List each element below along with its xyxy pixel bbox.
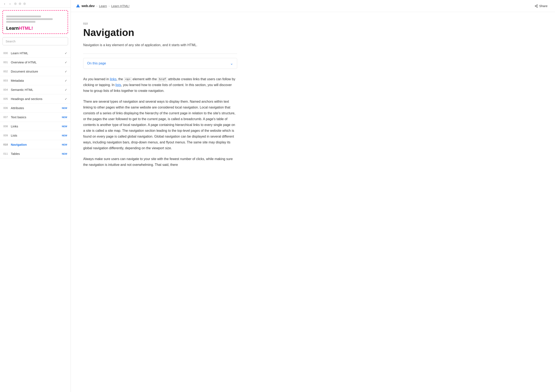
nav-item-006[interactable]: 006AttributesNEW: [0, 104, 71, 113]
article-paragraph-3: Always make sure users can navigate to y…: [83, 156, 237, 168]
nav-item-label: Lists: [11, 134, 60, 137]
nav-item-002[interactable]: 002Document structure✓: [0, 67, 71, 76]
logo-bar: [6, 21, 35, 23]
check-icon: ✓: [65, 79, 67, 82]
back-arrow[interactable]: ‹: [2, 2, 7, 6]
nav-item-004[interactable]: 004Semantic HTML✓: [0, 85, 71, 94]
links-link[interactable]: links: [110, 77, 117, 81]
nav-item-label: Text basics: [11, 115, 60, 119]
nav-item-003[interactable]: 003Metadata✓: [0, 76, 71, 85]
new-badge: NEW: [62, 116, 67, 119]
nav-item-label: Learn HTML: [11, 51, 63, 55]
nav-item-num: 005: [3, 97, 11, 100]
href-code: href: [158, 77, 167, 81]
article-paragraph-1: As you learned in links, the <a> element…: [83, 76, 237, 94]
nav-item-009[interactable]: 009ListsNEW: [0, 131, 71, 140]
browser-dot: [14, 2, 17, 5]
new-badge: NEW: [62, 134, 67, 137]
nav-item-005[interactable]: 005Headings and sections✓: [0, 94, 71, 104]
article-number: 010: [83, 22, 237, 25]
svg-point-1: [537, 5, 538, 5]
p1-text-mid2: element with the: [132, 77, 158, 81]
share-label: Share: [539, 4, 548, 8]
share-button[interactable]: Share: [532, 3, 550, 9]
logo-area: LearnHTML!: [2, 10, 68, 34]
browser-dot: [19, 2, 21, 5]
article-title: Navigation: [83, 27, 237, 38]
nav-item-num: 006: [3, 107, 11, 110]
logo-mock: [6, 14, 64, 23]
breadcrumb-sep-2: ›: [109, 4, 110, 8]
nav-item-label: Document structure: [11, 70, 63, 73]
new-badge: NEW: [62, 107, 67, 109]
forward-arrow[interactable]: ›: [8, 2, 12, 6]
nav-item-num: 011: [3, 152, 11, 155]
nav-item-num: 002: [3, 70, 11, 73]
breadcrumb: web.dev › Learn › Learn HTML!: [76, 4, 129, 8]
nav-item-label: Metadata: [11, 79, 63, 82]
browser-chrome: ‹ ›: [0, 0, 71, 8]
nav-item-label: Overview of HTML: [11, 60, 63, 64]
article-area: 010 Navigation Navigation is a key eleme…: [71, 12, 250, 183]
nav-item-008[interactable]: 008LinksNEW: [0, 122, 71, 131]
divider-top: [83, 54, 237, 54]
chevron-down-icon: ⌄: [230, 61, 233, 66]
new-badge: NEW: [62, 125, 67, 128]
new-badge: NEW: [62, 153, 67, 155]
learn-text: Learn: [6, 26, 19, 31]
webdev-logo: [76, 4, 80, 8]
top-bar: web.dev › Learn › Learn HTML! Share: [71, 0, 555, 12]
nav-list: 000Learn HTML✓001Overview of HTML✓002Doc…: [0, 49, 71, 167]
svg-point-2: [535, 6, 536, 7]
logo-bar: [6, 16, 41, 17]
p1-text-start: As you learned in: [83, 77, 110, 81]
search-box: [2, 37, 68, 45]
lists-link[interactable]: lists: [116, 83, 121, 87]
logo-bar: [6, 18, 53, 20]
main-content: web.dev › Learn › Learn HTML! Share 010 …: [71, 0, 555, 392]
browser-nav: ‹ ›: [2, 2, 12, 6]
check-icon: ✓: [65, 51, 67, 55]
nav-item-label: Attributes: [11, 106, 60, 110]
on-this-page-label: On this page: [87, 62, 106, 65]
p1-text-mid1: , the: [117, 77, 124, 81]
breadcrumb-current[interactable]: Learn HTML!: [111, 4, 130, 8]
check-icon: ✓: [65, 70, 67, 73]
brand-name: web.dev: [81, 4, 95, 8]
brand-logo-area[interactable]: web.dev: [76, 4, 95, 8]
check-icon: ✓: [65, 88, 67, 92]
nav-item-label: Semantic HTML: [11, 88, 63, 92]
sidebar: ‹ › LearnHTML! 000Learn HTML✓001Overview…: [0, 0, 71, 392]
svg-line-4: [536, 6, 537, 7]
nav-item-label: Navigation: [11, 143, 60, 146]
on-this-page-toggle[interactable]: On this page ⌄: [83, 58, 237, 69]
nav-item-001[interactable]: 001Overview of HTML✓: [0, 58, 71, 67]
nav-item-011[interactable]: 011TablesNEW: [0, 149, 71, 158]
nav-item-num: 004: [3, 88, 11, 91]
nav-item-000[interactable]: 000Learn HTML✓: [0, 49, 71, 58]
check-icon: ✓: [65, 61, 67, 64]
nav-item-label: Tables: [11, 152, 60, 156]
browser-dot: [23, 2, 26, 5]
a-tag-code: <a>: [124, 77, 132, 81]
html-text: HTML!: [19, 26, 33, 31]
nav-item-num: 010: [3, 143, 11, 146]
nav-item-num: 000: [3, 51, 11, 55]
new-badge: NEW: [62, 143, 67, 146]
svg-line-5: [536, 5, 537, 6]
article-subtitle: Navigation is a key element of any site …: [83, 43, 237, 48]
nav-item-007[interactable]: 007Text basicsNEW: [0, 113, 71, 122]
svg-marker-0: [76, 4, 80, 7]
p3-text: Always make sure users can navigate to y…: [83, 157, 233, 166]
nav-item-label: Headings and sections: [11, 97, 63, 101]
sidebar-title: LearnHTML!: [6, 26, 64, 31]
search-input[interactable]: [2, 37, 68, 45]
nav-item-label: Links: [11, 124, 60, 128]
nav-item-num: 003: [3, 79, 11, 82]
nav-item-num: 007: [3, 115, 11, 119]
breadcrumb-learn[interactable]: Learn: [99, 4, 107, 8]
share-icon: [535, 4, 538, 8]
nav-item-010[interactable]: 010NavigationNEW: [0, 140, 71, 149]
article-paragraph-2: There are several types of navigation an…: [83, 99, 237, 151]
check-icon: ✓: [65, 97, 67, 101]
